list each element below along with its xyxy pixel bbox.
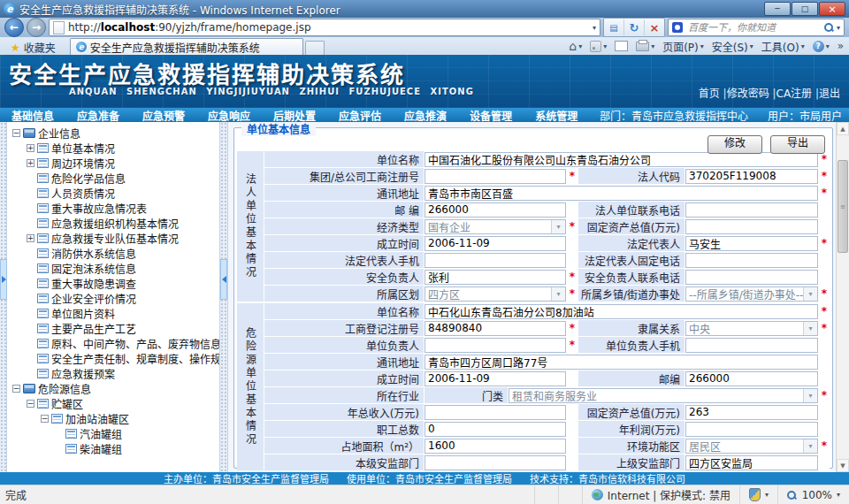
minus-expander-icon[interactable]	[12, 129, 20, 137]
tree-node[interactable]: 周边环境情况	[7, 156, 219, 171]
field-input[interactable]	[424, 405, 566, 420]
header-link[interactable]: CA注册	[776, 88, 813, 100]
field-select[interactable]: 中央	[685, 321, 818, 336]
scroll-thumb[interactable]	[838, 160, 848, 253]
tree-node[interactable]: 原料、中间产物、产品、废弃物信息	[7, 336, 219, 351]
field-select[interactable]: 租赁和商务服务业	[509, 388, 818, 403]
chevron-more-icon[interactable]	[838, 40, 844, 52]
tree-node[interactable]: 贮罐区	[7, 396, 219, 411]
field-input[interactable]	[685, 405, 818, 420]
address-dropdown-icon[interactable]	[593, 24, 596, 32]
field-input[interactable]	[685, 338, 818, 353]
field-select[interactable]: --所属乡镇/街道办事处--	[685, 286, 818, 302]
field-input[interactable]	[424, 152, 818, 167]
address-bar[interactable]: http://localhost:90/yjzh/frame/homepage.…	[49, 19, 600, 36]
plus-expander-icon[interactable]	[27, 159, 34, 167]
tree-node[interactable]: 重大事故应急情况表	[7, 201, 219, 216]
tree-node[interactable]: 汽油罐组	[7, 426, 219, 441]
menu-item[interactable]: 基础信息	[0, 108, 65, 122]
maximize-button[interactable]: □	[792, 2, 818, 16]
field-input[interactable]	[424, 355, 818, 370]
plus-expander-icon[interactable]	[27, 144, 34, 152]
left-collapse-handle[interactable]	[0, 259, 7, 300]
tree-node[interactable]: 加油站油罐区	[7, 411, 219, 426]
tree-node[interactable]: 人员资质情况	[7, 186, 219, 201]
field-input[interactable]	[424, 439, 566, 454]
tree-node[interactable]: 应急救援组织机构基本情况	[7, 216, 219, 231]
field-input[interactable]	[685, 219, 818, 234]
scroll-up-button[interactable]	[837, 122, 849, 135]
field-input[interactable]	[424, 455, 566, 470]
protected-mode-button[interactable]	[739, 485, 777, 504]
modify-button[interactable]: 修改	[708, 135, 762, 154]
field-input[interactable]	[685, 202, 818, 218]
minimize-button[interactable]: ─	[764, 2, 791, 16]
field-input[interactable]	[424, 202, 566, 218]
tree-node[interactable]: 应急救援预案	[7, 366, 219, 381]
menu-item[interactable]: 应急预警	[131, 108, 196, 122]
header-link[interactable]: 退出	[819, 88, 840, 100]
search-input[interactable]	[686, 21, 821, 34]
tree-node[interactable]: 单位基本情况	[7, 141, 219, 156]
command-menu-button[interactable]: 工具(O)	[761, 39, 805, 54]
tree-node[interactable]: 主要产品生产工艺	[7, 321, 219, 336]
help-button[interactable]	[813, 41, 830, 52]
field-input[interactable]	[685, 169, 818, 184]
feeds-button[interactable]	[590, 41, 607, 52]
tree-node[interactable]: 应急救援专业队伍基本情况	[7, 231, 219, 246]
menu-item[interactable]: 应急响应	[196, 108, 262, 122]
menu-item[interactable]: 应急评估	[327, 108, 393, 122]
plus-expander-icon[interactable]	[27, 234, 34, 242]
browser-tab[interactable]: e 安全生产应急救援指挥辅助决策系统	[70, 38, 303, 55]
sidebar-splitter[interactable]	[219, 122, 228, 472]
field-input[interactable]	[685, 422, 818, 437]
field-input[interactable]	[424, 253, 566, 268]
stop-button[interactable]	[645, 19, 664, 35]
field-input[interactable]	[685, 455, 818, 470]
search-dropdown-icon[interactable]	[837, 24, 840, 32]
field-input[interactable]	[424, 371, 566, 386]
field-input[interactable]	[424, 422, 566, 437]
field-input[interactable]	[685, 270, 818, 285]
minus-expander-icon[interactable]	[27, 400, 34, 408]
tree-node[interactable]: 危险化学品信息	[7, 171, 219, 186]
menu-item[interactable]: 设备管理	[458, 108, 524, 122]
field-select[interactable]: 国有企业	[424, 219, 566, 234]
favorites-button[interactable]: 收藏夹	[4, 40, 63, 55]
tree-node[interactable]: 单位图片资料	[7, 306, 219, 321]
tree-node[interactable]: 危险源信息	[7, 381, 219, 396]
tree-node[interactable]: 安全生产责任制、规章制度、操作规程信息	[7, 351, 219, 366]
tree-node[interactable]: 企业安全评价情况	[7, 291, 219, 306]
refresh-button[interactable]	[624, 19, 645, 35]
header-link[interactable]: 首页	[699, 88, 720, 100]
field-input[interactable]	[424, 338, 566, 353]
header-link[interactable]: 修改密码	[727, 88, 769, 100]
field-input[interactable]	[685, 236, 818, 251]
field-input[interactable]	[424, 236, 566, 251]
field-select[interactable]: 四方区	[424, 286, 566, 302]
field-input[interactable]	[424, 270, 566, 285]
export-button[interactable]: 导出	[770, 135, 825, 154]
command-menu-button[interactable]: 页面(P)	[662, 39, 704, 54]
tree-node[interactable]: 固定泡沫系统信息	[7, 261, 219, 276]
back-button[interactable]	[4, 18, 24, 37]
scroll-down-button[interactable]	[837, 459, 849, 472]
search-box[interactable]	[668, 19, 845, 36]
compatibility-view-button[interactable]	[604, 19, 624, 35]
field-select[interactable]: 居民区	[685, 439, 818, 454]
print-button[interactable]	[636, 42, 654, 51]
field-input[interactable]	[424, 186, 818, 201]
search-icon[interactable]	[824, 23, 833, 32]
field-input[interactable]	[685, 253, 818, 268]
close-button[interactable]: ×	[819, 2, 845, 16]
sidebar-collapse-handle[interactable]	[220, 259, 227, 300]
minus-expander-icon[interactable]	[41, 415, 49, 423]
tree-node[interactable]: 柴油罐组	[7, 441, 219, 456]
forward-button[interactable]	[27, 18, 46, 37]
minus-expander-icon[interactable]	[12, 385, 20, 393]
field-input[interactable]	[424, 321, 566, 336]
zoom-control[interactable]: 100%	[777, 485, 849, 504]
menu-item[interactable]: 系统管理	[524, 108, 589, 122]
menu-item[interactable]: 后期处置	[262, 108, 327, 122]
command-menu-button[interactable]: 安全(S)	[712, 39, 753, 54]
